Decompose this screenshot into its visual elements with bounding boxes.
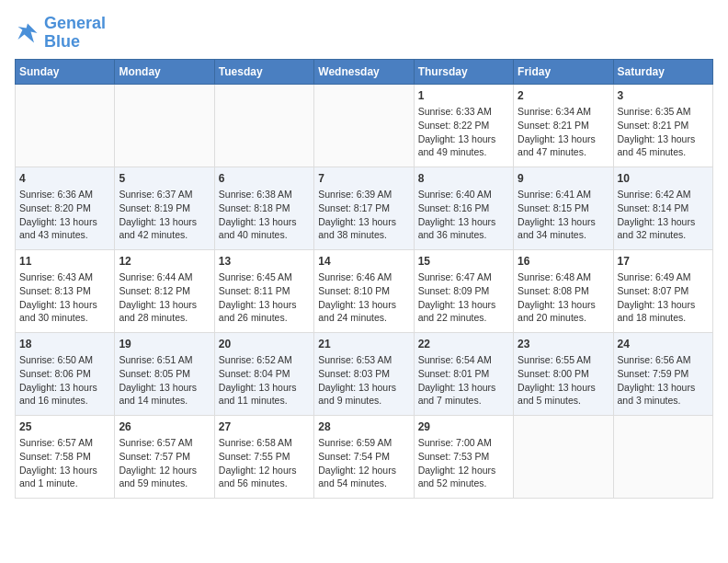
day-info: Sunrise: 6:51 AM Sunset: 8:05 PM Dayligh… bbox=[119, 353, 210, 408]
calendar-cell: 5Sunrise: 6:37 AM Sunset: 8:19 PM Daylig… bbox=[115, 167, 214, 249]
day-number: 12 bbox=[119, 254, 210, 270]
day-info: Sunrise: 6:39 AM Sunset: 8:17 PM Dayligh… bbox=[318, 188, 409, 242]
day-number: 14 bbox=[318, 254, 409, 270]
header-saturday: Saturday bbox=[613, 59, 712, 84]
day-info: Sunrise: 6:48 AM Sunset: 8:08 PM Dayligh… bbox=[518, 270, 609, 325]
calendar-cell: 22Sunrise: 6:54 AM Sunset: 8:01 PM Dayli… bbox=[414, 332, 513, 415]
calendar-cell: 3Sunrise: 6:35 AM Sunset: 8:21 PM Daylig… bbox=[613, 84, 712, 167]
day-info: Sunrise: 6:55 AM Sunset: 8:00 PM Dayligh… bbox=[518, 353, 609, 408]
logo: General Blue bbox=[15, 15, 106, 52]
calendar-cell: 27Sunrise: 6:58 AM Sunset: 7:55 PM Dayli… bbox=[214, 415, 313, 498]
calendar-cell: 8Sunrise: 6:40 AM Sunset: 8:16 PM Daylig… bbox=[414, 167, 513, 249]
day-number: 19 bbox=[119, 337, 210, 352]
header-thursday: Thursday bbox=[414, 59, 513, 84]
day-number: 1 bbox=[418, 88, 509, 104]
calendar-cell: 10Sunrise: 6:42 AM Sunset: 8:14 PM Dayli… bbox=[613, 167, 712, 249]
calendar-cell bbox=[613, 415, 712, 498]
calendar-cell: 24Sunrise: 6:56 AM Sunset: 7:59 PM Dayli… bbox=[613, 332, 712, 415]
day-info: Sunrise: 6:44 AM Sunset: 8:12 PM Dayligh… bbox=[119, 270, 210, 325]
page-header: General Blue bbox=[15, 15, 713, 52]
calendar-cell: 6Sunrise: 6:38 AM Sunset: 8:18 PM Daylig… bbox=[214, 167, 313, 249]
calendar-week-row: 4Sunrise: 6:36 AM Sunset: 8:20 PM Daylig… bbox=[16, 167, 713, 249]
day-info: Sunrise: 6:54 AM Sunset: 8:01 PM Dayligh… bbox=[418, 353, 509, 408]
day-info: Sunrise: 6:34 AM Sunset: 8:21 PM Dayligh… bbox=[518, 105, 609, 159]
calendar-week-row: 1Sunrise: 6:33 AM Sunset: 8:22 PM Daylig… bbox=[16, 84, 713, 167]
day-info: Sunrise: 6:43 AM Sunset: 8:13 PM Dayligh… bbox=[19, 270, 110, 325]
day-number: 25 bbox=[19, 419, 110, 435]
calendar-cell: 1Sunrise: 6:33 AM Sunset: 8:22 PM Daylig… bbox=[414, 84, 513, 167]
day-number: 10 bbox=[618, 171, 709, 187]
day-number: 13 bbox=[219, 254, 310, 270]
calendar-cell: 7Sunrise: 6:39 AM Sunset: 8:17 PM Daylig… bbox=[314, 167, 414, 249]
day-number: 24 bbox=[618, 337, 709, 352]
day-info: Sunrise: 6:37 AM Sunset: 8:19 PM Dayligh… bbox=[119, 188, 210, 242]
calendar-cell: 11Sunrise: 6:43 AM Sunset: 8:13 PM Dayli… bbox=[16, 249, 115, 332]
calendar-week-row: 18Sunrise: 6:50 AM Sunset: 8:06 PM Dayli… bbox=[16, 332, 713, 415]
day-number: 26 bbox=[119, 419, 210, 435]
svg-marker-0 bbox=[18, 23, 38, 42]
calendar-cell: 18Sunrise: 6:50 AM Sunset: 8:06 PM Dayli… bbox=[16, 332, 115, 415]
calendar-cell bbox=[16, 84, 115, 167]
day-info: Sunrise: 6:59 AM Sunset: 7:54 PM Dayligh… bbox=[318, 436, 409, 490]
header-tuesday: Tuesday bbox=[214, 59, 313, 84]
day-number: 7 bbox=[318, 171, 409, 187]
day-info: Sunrise: 6:41 AM Sunset: 8:15 PM Dayligh… bbox=[518, 188, 609, 242]
day-info: Sunrise: 6:58 AM Sunset: 7:55 PM Dayligh… bbox=[219, 436, 310, 490]
day-number: 3 bbox=[618, 88, 709, 104]
calendar-cell: 21Sunrise: 6:53 AM Sunset: 8:03 PM Dayli… bbox=[314, 332, 414, 415]
day-info: Sunrise: 6:56 AM Sunset: 7:59 PM Dayligh… bbox=[618, 353, 709, 408]
logo-text: General Blue bbox=[44, 15, 106, 52]
day-number: 5 bbox=[119, 171, 210, 187]
header-monday: Monday bbox=[115, 59, 214, 84]
day-info: Sunrise: 6:57 AM Sunset: 7:58 PM Dayligh… bbox=[19, 436, 110, 490]
day-number: 8 bbox=[418, 171, 509, 187]
calendar-cell bbox=[514, 415, 613, 498]
day-info: Sunrise: 6:57 AM Sunset: 7:57 PM Dayligh… bbox=[119, 436, 210, 490]
day-number: 28 bbox=[318, 419, 409, 435]
day-number: 4 bbox=[19, 171, 110, 187]
calendar-cell: 26Sunrise: 6:57 AM Sunset: 7:57 PM Dayli… bbox=[115, 415, 214, 498]
day-number: 9 bbox=[518, 171, 609, 187]
calendar-table: SundayMondayTuesdayWednesdayThursdayFrid… bbox=[15, 59, 713, 499]
calendar-cell: 28Sunrise: 6:59 AM Sunset: 7:54 PM Dayli… bbox=[314, 415, 414, 498]
day-number: 23 bbox=[518, 337, 609, 352]
calendar-cell bbox=[115, 84, 214, 167]
calendar-cell: 4Sunrise: 6:36 AM Sunset: 8:20 PM Daylig… bbox=[16, 167, 115, 249]
calendar-cell: 16Sunrise: 6:48 AM Sunset: 8:08 PM Dayli… bbox=[514, 249, 613, 332]
calendar-header-row: SundayMondayTuesdayWednesdayThursdayFrid… bbox=[16, 59, 713, 84]
day-info: Sunrise: 6:52 AM Sunset: 8:04 PM Dayligh… bbox=[219, 353, 310, 408]
day-info: Sunrise: 6:38 AM Sunset: 8:18 PM Dayligh… bbox=[219, 188, 310, 242]
day-number: 18 bbox=[19, 337, 110, 352]
header-wednesday: Wednesday bbox=[314, 59, 414, 84]
calendar-cell: 19Sunrise: 6:51 AM Sunset: 8:05 PM Dayli… bbox=[115, 332, 214, 415]
day-number: 21 bbox=[318, 337, 409, 352]
calendar-cell: 2Sunrise: 6:34 AM Sunset: 8:21 PM Daylig… bbox=[514, 84, 613, 167]
day-info: Sunrise: 6:45 AM Sunset: 8:11 PM Dayligh… bbox=[219, 270, 310, 325]
calendar-week-row: 25Sunrise: 6:57 AM Sunset: 7:58 PM Dayli… bbox=[16, 415, 713, 498]
day-info: Sunrise: 6:42 AM Sunset: 8:14 PM Dayligh… bbox=[618, 188, 709, 242]
calendar-cell: 29Sunrise: 7:00 AM Sunset: 7:53 PM Dayli… bbox=[414, 415, 513, 498]
calendar-cell: 20Sunrise: 6:52 AM Sunset: 8:04 PM Dayli… bbox=[214, 332, 313, 415]
header-sunday: Sunday bbox=[16, 59, 115, 84]
header-friday: Friday bbox=[514, 59, 613, 84]
day-info: Sunrise: 6:35 AM Sunset: 8:21 PM Dayligh… bbox=[618, 105, 709, 159]
day-info: Sunrise: 6:36 AM Sunset: 8:20 PM Dayligh… bbox=[19, 188, 110, 242]
day-info: Sunrise: 6:40 AM Sunset: 8:16 PM Dayligh… bbox=[418, 188, 509, 242]
logo-icon bbox=[15, 20, 40, 46]
calendar-cell: 12Sunrise: 6:44 AM Sunset: 8:12 PM Dayli… bbox=[115, 249, 214, 332]
calendar-cell: 23Sunrise: 6:55 AM Sunset: 8:00 PM Dayli… bbox=[514, 332, 613, 415]
day-number: 16 bbox=[518, 254, 609, 270]
day-number: 15 bbox=[418, 254, 509, 270]
day-number: 17 bbox=[618, 254, 709, 270]
day-number: 29 bbox=[418, 419, 509, 435]
day-number: 20 bbox=[219, 337, 310, 352]
calendar-week-row: 11Sunrise: 6:43 AM Sunset: 8:13 PM Dayli… bbox=[16, 249, 713, 332]
day-info: Sunrise: 6:50 AM Sunset: 8:06 PM Dayligh… bbox=[19, 353, 110, 408]
day-number: 6 bbox=[219, 171, 310, 187]
calendar-cell: 15Sunrise: 6:47 AM Sunset: 8:09 PM Dayli… bbox=[414, 249, 513, 332]
day-info: Sunrise: 7:00 AM Sunset: 7:53 PM Dayligh… bbox=[418, 436, 509, 490]
calendar-cell: 9Sunrise: 6:41 AM Sunset: 8:15 PM Daylig… bbox=[514, 167, 613, 249]
calendar-cell bbox=[314, 84, 414, 167]
day-info: Sunrise: 6:33 AM Sunset: 8:22 PM Dayligh… bbox=[418, 105, 509, 159]
day-info: Sunrise: 6:46 AM Sunset: 8:10 PM Dayligh… bbox=[318, 270, 409, 325]
